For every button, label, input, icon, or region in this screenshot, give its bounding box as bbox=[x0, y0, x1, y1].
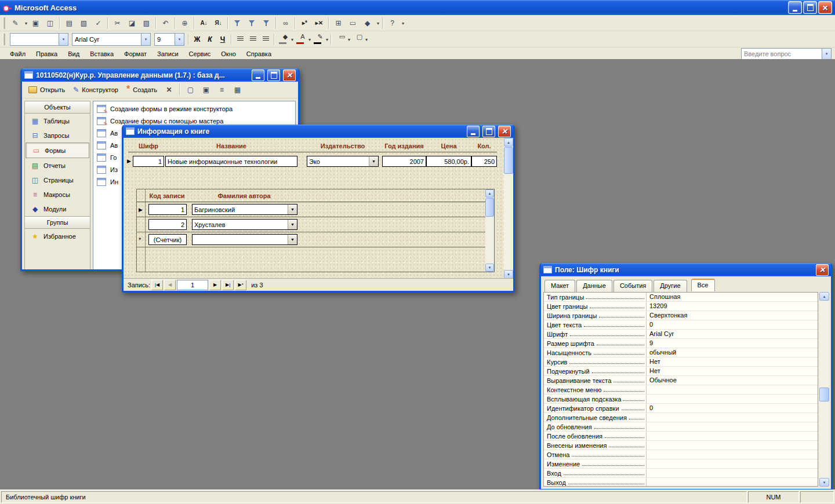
sidebar-item-modules[interactable]: ◆Модули bbox=[25, 202, 90, 216]
property-row[interactable]: КурсивНет bbox=[544, 357, 818, 367]
view-button[interactable]: ✎ bbox=[8, 16, 28, 30]
property-row[interactable]: Всплывающая подсказка bbox=[544, 395, 818, 404]
toolbar-grip[interactable] bbox=[3, 34, 5, 45]
property-value[interactable]: 13209 bbox=[646, 302, 818, 311]
sidebar-item-forms[interactable]: ▭Формы bbox=[26, 143, 89, 158]
font-size-combo[interactable]: 9 bbox=[154, 33, 184, 46]
sidebar-item-reports[interactable]: ▤Отчеты bbox=[25, 158, 90, 173]
scrollbar-thumb[interactable] bbox=[485, 198, 494, 217]
tab-data[interactable]: Данные bbox=[576, 280, 612, 293]
filter-by-selection-button[interactable] bbox=[230, 16, 245, 30]
chevron-down-icon[interactable] bbox=[369, 156, 378, 166]
details-view-button[interactable]: ▦ bbox=[230, 83, 245, 97]
property-value[interactable]: Нет bbox=[646, 357, 818, 366]
find-button[interactable]: ∞ bbox=[278, 16, 293, 30]
font-combo[interactable]: Arial Cyr bbox=[72, 33, 151, 46]
property-value[interactable] bbox=[646, 478, 818, 487]
property-row[interactable]: Тип границыСплошная bbox=[544, 293, 818, 302]
database-window-button[interactable]: ⊞ bbox=[331, 16, 346, 30]
fill-color-button[interactable]: ◆ bbox=[277, 33, 294, 46]
restore-button[interactable] bbox=[803, 1, 817, 14]
print-preview-button[interactable]: ▧ bbox=[77, 16, 91, 30]
align-right-button[interactable] bbox=[259, 33, 272, 46]
property-value[interactable]: 0 bbox=[646, 404, 818, 412]
db-maximize-button[interactable] bbox=[267, 70, 280, 81]
property-row[interactable]: Цвет границы13209 bbox=[544, 302, 818, 311]
property-value[interactable]: 0 bbox=[646, 320, 818, 329]
property-row[interactable]: Ширина границыСверхтонкая bbox=[544, 311, 818, 320]
menu-tools[interactable]: Сервис bbox=[184, 49, 216, 59]
database-window-titlebar[interactable]: 10110502(н)Кур.р. Управление данными (1.… bbox=[22, 68, 298, 82]
chevron-down-icon[interactable] bbox=[59, 34, 68, 45]
chevron-down-icon[interactable] bbox=[288, 204, 297, 214]
property-row[interactable]: Цвет текста0 bbox=[544, 320, 818, 330]
properties-button[interactable]: ▭ bbox=[346, 16, 360, 30]
property-value[interactable] bbox=[646, 395, 818, 403]
property-value[interactable]: Arial Cyr bbox=[646, 330, 818, 338]
db-minimize-button[interactable] bbox=[252, 70, 264, 81]
sidebar-item-tables[interactable]: ▦Таблицы bbox=[25, 114, 90, 128]
property-value[interactable]: Сплошная bbox=[646, 293, 818, 301]
line-color-button[interactable]: ✎ bbox=[311, 33, 329, 46]
file-search-button[interactable]: ◫ bbox=[43, 16, 57, 30]
property-value[interactable]: Нет bbox=[646, 367, 818, 375]
new-object-button[interactable]: ◆ bbox=[360, 16, 380, 30]
current-record-input[interactable]: 1 bbox=[177, 280, 208, 290]
form-scrollbar[interactable] bbox=[504, 138, 513, 279]
help-button[interactable]: ? bbox=[385, 16, 405, 30]
new-record-button[interactable]: ▶* bbox=[235, 280, 246, 290]
tab-events[interactable]: События bbox=[613, 280, 652, 293]
scroll-down-button[interactable] bbox=[819, 478, 829, 487]
price-field[interactable]: 580,00р. bbox=[426, 156, 471, 167]
list-item[interactable]: Создание формы в режиме конструктора bbox=[93, 103, 295, 115]
scroll-up-button[interactable] bbox=[504, 138, 513, 147]
copy-button[interactable]: ◪ bbox=[125, 16, 139, 30]
paste-button[interactable]: ▨ bbox=[139, 16, 154, 30]
align-left-button[interactable] bbox=[234, 33, 246, 46]
tab-all[interactable]: Все bbox=[691, 279, 715, 291]
property-row[interactable]: Идентификатор справки0 bbox=[544, 404, 818, 413]
italic-button[interactable]: К bbox=[204, 33, 216, 46]
toolbar-grip[interactable] bbox=[3, 17, 5, 29]
menu-window[interactable]: Окно bbox=[216, 49, 241, 59]
subform-author-combo[interactable] bbox=[192, 234, 297, 245]
last-record-button[interactable]: ▶| bbox=[222, 280, 234, 290]
property-row[interactable]: Изменение bbox=[544, 459, 818, 469]
create-button[interactable]: Создать bbox=[123, 85, 161, 95]
hyperlink-button[interactable]: ⊕ bbox=[177, 16, 192, 30]
cut-button[interactable]: ✂ bbox=[110, 16, 125, 30]
sidebar-item-queries[interactable]: ⊟Запросы bbox=[25, 128, 90, 143]
property-value[interactable] bbox=[646, 432, 818, 440]
apply-filter-button[interactable] bbox=[259, 16, 274, 30]
subform-scrollbar[interactable] bbox=[485, 189, 494, 272]
code-field[interactable]: 1 bbox=[133, 156, 164, 167]
sidebar-item-macros[interactable]: ≡Макросы bbox=[25, 187, 90, 202]
property-row[interactable]: Вход bbox=[544, 469, 818, 478]
subform-author-combo[interactable]: Хрусталев bbox=[192, 219, 297, 230]
menu-help[interactable]: Справка bbox=[241, 49, 277, 59]
undo-button[interactable]: ↶ bbox=[158, 16, 173, 30]
tab-layout[interactable]: Макет bbox=[544, 280, 575, 293]
objects-header-button[interactable]: Объекты bbox=[25, 101, 90, 114]
previous-record-button[interactable]: ◀ bbox=[164, 280, 176, 290]
property-row[interactable]: Внесены изменения bbox=[544, 441, 818, 450]
qty-field[interactable]: 250 bbox=[471, 156, 497, 167]
property-value[interactable] bbox=[646, 413, 818, 422]
save-button[interactable]: ▣ bbox=[28, 16, 43, 30]
property-value[interactable]: 9 bbox=[646, 339, 818, 348]
new-record-button[interactable]: ▸* bbox=[297, 16, 312, 30]
property-row[interactable]: После обновления bbox=[544, 432, 818, 441]
publisher-combo[interactable]: Эко bbox=[307, 156, 379, 167]
scrollbar-thumb[interactable] bbox=[504, 147, 513, 174]
line-width-button[interactable]: ▭ bbox=[333, 33, 351, 46]
subform-id-field[interactable]: (Счетчик) bbox=[148, 234, 187, 245]
property-row[interactable]: Контекстное меню bbox=[544, 385, 818, 395]
subform-author-combo[interactable]: Багриновский bbox=[192, 204, 297, 215]
scroll-up-button[interactable] bbox=[819, 292, 829, 301]
minimize-button[interactable] bbox=[788, 1, 802, 14]
property-row[interactable]: Выравнивание текстаОбычное bbox=[544, 376, 818, 385]
open-button[interactable]: Открыть bbox=[25, 85, 68, 95]
property-row[interactable]: Насыщенностьобычный bbox=[544, 348, 818, 357]
property-value[interactable]: Сверхтонкая bbox=[646, 311, 818, 320]
scroll-down-button[interactable] bbox=[485, 264, 494, 272]
